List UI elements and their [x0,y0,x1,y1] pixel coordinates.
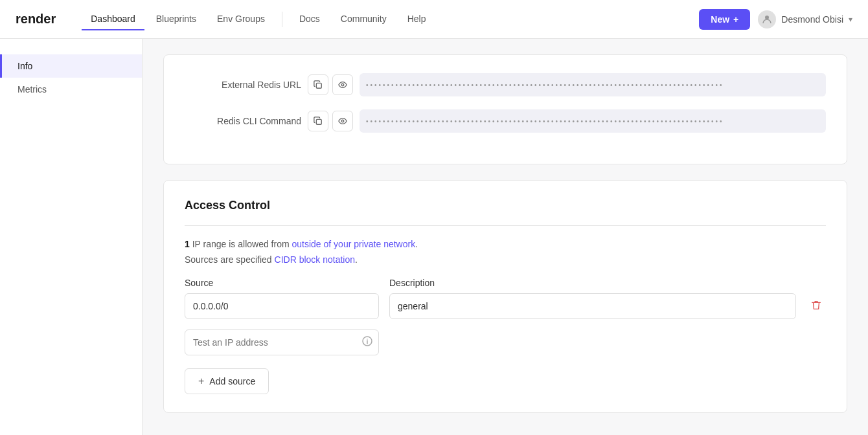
description-column-label: Description [389,278,826,288]
description-input[interactable] [389,293,796,319]
external-redis-actions [308,74,353,95]
svg-rect-3 [316,119,321,124]
page-layout: Info Metrics External Redis URL [0,39,868,435]
copy-redis-url-button[interactable] [308,74,328,95]
masked-cli-dots: ••••••••••••••••••••••••••••••••••••••••… [366,118,724,125]
nav-help[interactable]: Help [398,8,435,30]
user-area[interactable]: Desmond Obisi ▾ [758,10,852,28]
new-button-icon: + [733,14,738,25]
field-headers: Source Description [185,278,826,288]
svg-point-0 [765,16,769,19]
external-redis-url-value: ••••••••••••••••••••••••••••••••••••••••… [360,73,826,96]
redis-cli-row: Redis CLI Command ••••••••••••••••••••••… [185,109,826,133]
svg-point-6 [367,339,368,340]
logo[interactable]: render [16,12,56,27]
svg-rect-1 [316,83,321,88]
sidebar-item-info[interactable]: Info [0,54,142,78]
redis-cli-value: ••••••••••••••••••••••••••••••••••••••••… [360,109,826,133]
header-right: New + Desmond Obisi ▾ [699,9,852,30]
section-divider [185,225,826,226]
external-redis-row: External Redis URL •••••••••••••••••••••… [185,73,826,96]
copy-redis-cli-button[interactable] [308,111,328,131]
nav-blueprints[interactable]: Blueprints [147,8,205,30]
nav-docs[interactable]: Docs [290,8,329,30]
external-redis-label: External Redis URL [185,80,301,90]
ip-info-icon [362,336,372,349]
ip-test-input[interactable] [185,329,379,355]
new-button-label: New [711,14,729,25]
private-network-link[interactable]: outside of your private network [292,239,416,249]
nav-dashboard[interactable]: Dashboard [82,8,144,30]
source-entry-row [185,293,826,319]
access-control-title: Access Control [185,199,826,212]
redis-cli-label: Redis CLI Command [185,116,301,126]
add-source-button[interactable]: + Add source [185,368,269,394]
reveal-redis-cli-button[interactable] [332,111,353,131]
ip-range-info: 1 IP range is allowed from outside of yo… [185,239,826,249]
nav-env-groups[interactable]: Env Groups [208,8,274,30]
user-avatar-icon [758,10,776,28]
nav-divider [282,12,282,27]
cidr-notation-link[interactable]: CIDR block notation [275,254,356,265]
reveal-redis-url-button[interactable] [332,74,353,95]
plus-icon: + [198,375,204,387]
ip-count: 1 [185,239,190,249]
new-button[interactable]: New + [699,9,750,30]
source-input[interactable] [185,293,379,319]
credentials-card: External Redis URL •••••••••••••••••••••… [163,54,847,164]
header: render Dashboard Blueprints Env Groups D… [0,0,868,39]
chevron-down-icon: ▾ [849,15,852,24]
main-nav: Dashboard Blueprints Env Groups Docs Com… [82,8,435,30]
access-control-card: Access Control 1 IP range is allowed fro… [163,180,847,413]
main-content: External Redis URL •••••••••••••••••••••… [143,39,868,435]
cidr-info: Sources are specified CIDR block notatio… [185,254,826,265]
masked-url-dots: ••••••••••••••••••••••••••••••••••••••••… [366,82,724,89]
sidebar-item-metrics[interactable]: Metrics [0,78,142,101]
sidebar: Info Metrics [0,39,143,435]
nav-community[interactable]: Community [332,8,396,30]
user-name: Desmond Obisi [781,14,843,25]
redis-cli-actions [308,111,353,131]
svg-point-2 [341,84,344,86]
svg-point-4 [341,120,344,122]
delete-source-button[interactable] [806,295,826,318]
add-source-label: Add source [209,376,255,386]
ip-test-wrapper [185,329,379,355]
source-column-label: Source [185,278,379,288]
